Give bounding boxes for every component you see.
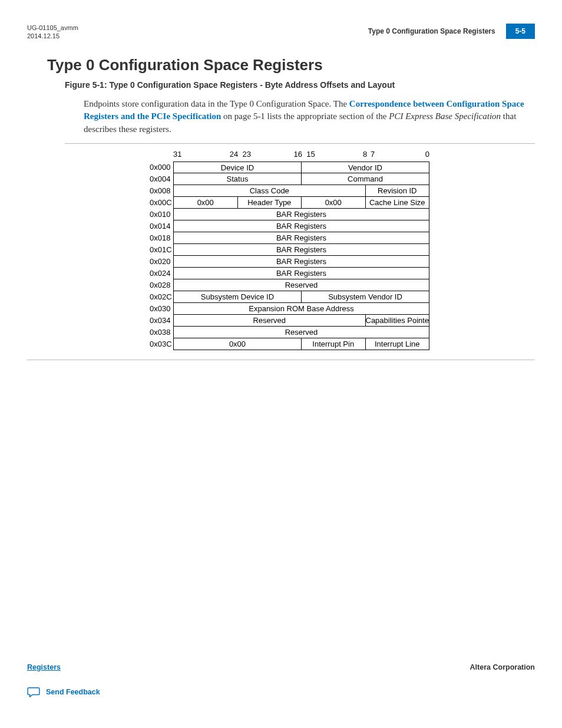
bit-24: 24 bbox=[230, 150, 238, 159]
register-field: Expansion ROM Base Address bbox=[174, 303, 429, 315]
register-fields: Reserved bbox=[173, 279, 429, 291]
register-offset: 0x030 bbox=[150, 303, 173, 315]
register-row: 0x038Reserved bbox=[150, 327, 429, 338]
doc-date: 2014.12.15 bbox=[27, 32, 78, 40]
register-field: Interrupt Pin bbox=[302, 338, 366, 350]
register-field: Revision ID bbox=[366, 185, 430, 197]
register-field: Reserved bbox=[174, 279, 429, 291]
register-field: 0x00 bbox=[302, 197, 366, 209]
register-offset: 0x01C bbox=[150, 244, 173, 256]
bit-8: 8 bbox=[363, 150, 367, 159]
intro-spec: PCI Express Base Specification bbox=[389, 111, 501, 121]
register-fields: 0x00Header Type0x00Cache Line Size bbox=[173, 197, 429, 209]
speech-bubble-icon bbox=[27, 687, 40, 697]
register-fields: Expansion ROM Base Address bbox=[173, 303, 429, 315]
register-field: BAR Registers bbox=[174, 256, 429, 268]
register-fields: ReservedCapabilities Pointer bbox=[173, 315, 429, 327]
intro-t2: on page 5-1 lists the appropriate sectio… bbox=[221, 111, 389, 121]
register-row: 0x028Reserved bbox=[150, 279, 429, 291]
register-field: 0x00 bbox=[174, 197, 238, 209]
register-field: 0x00 bbox=[174, 338, 302, 350]
register-fields: 0x00Interrupt PinInterrupt Line bbox=[173, 338, 429, 350]
register-row: 0x02CSubsystem Device IDSubsystem Vendor… bbox=[150, 291, 429, 303]
register-fields: Device IDVendor ID bbox=[173, 162, 429, 173]
doc-id: UG-01105_avmm bbox=[27, 24, 78, 32]
register-field: Reserved bbox=[174, 327, 429, 338]
register-row: 0x010BAR Registers bbox=[150, 209, 429, 220]
bit-16: 16 bbox=[293, 150, 302, 159]
register-field: BAR Registers bbox=[174, 244, 429, 256]
register-offset: 0x004 bbox=[150, 173, 173, 185]
register-row: 0x000Device IDVendor ID bbox=[150, 162, 429, 173]
footer-registers-link[interactable]: Registers bbox=[27, 663, 61, 671]
register-fields: BAR Registers bbox=[173, 244, 429, 256]
doc-meta: UG-01105_avmm 2014.12.15 bbox=[27, 24, 78, 41]
bit-7: 7 bbox=[371, 150, 375, 159]
register-offset: 0x00C bbox=[150, 197, 173, 209]
register-offset: 0x028 bbox=[150, 279, 173, 291]
footer-corporation: Altera Corporation bbox=[470, 663, 535, 671]
register-fields: Reserved bbox=[173, 327, 429, 338]
register-fields: StatusCommand bbox=[173, 173, 429, 185]
register-field: BAR Registers bbox=[174, 268, 429, 279]
bit-ruler: 31 24 23 16 15 8 7 0 bbox=[150, 150, 429, 160]
register-field: Class Code bbox=[174, 185, 366, 197]
send-feedback-link[interactable]: Send Feedback bbox=[46, 688, 100, 696]
bit-23: 23 bbox=[242, 150, 250, 159]
page-footer: Registers Altera Corporation Send Feedba… bbox=[0, 663, 562, 697]
register-field: BAR Registers bbox=[174, 232, 429, 244]
bit-15: 15 bbox=[306, 150, 315, 159]
register-row: 0x024BAR Registers bbox=[150, 268, 429, 279]
register-row: 0x020BAR Registers bbox=[150, 256, 429, 268]
register-offset: 0x03C bbox=[150, 338, 173, 350]
register-layout-diagram: 31 24 23 16 15 8 7 0 0x000Device IDVendo… bbox=[150, 150, 429, 350]
page-number: 5-5 bbox=[506, 24, 535, 39]
register-row: 0x004StatusCommand bbox=[150, 173, 429, 185]
register-offset: 0x024 bbox=[150, 268, 173, 279]
register-field: Cache Line Size bbox=[366, 197, 430, 209]
register-field: Interrupt Line bbox=[366, 338, 430, 350]
page-header: UG-01105_avmm 2014.12.15 Type 0 Configur… bbox=[0, 0, 562, 45]
divider bbox=[65, 143, 535, 144]
register-offset: 0x038 bbox=[150, 327, 173, 338]
register-field: Capabilities Pointer bbox=[366, 315, 430, 327]
register-field: Subsystem Device ID bbox=[174, 291, 302, 303]
register-field: Subsystem Vendor ID bbox=[302, 291, 429, 303]
register-offset: 0x020 bbox=[150, 256, 173, 268]
register-row: 0x030Expansion ROM Base Address bbox=[150, 303, 429, 315]
register-field: BAR Registers bbox=[174, 209, 429, 220]
register-field: Reserved bbox=[174, 315, 366, 327]
register-row: 0x008Class CodeRevision ID bbox=[150, 185, 429, 197]
register-row: 0x034ReservedCapabilities Pointer bbox=[150, 315, 429, 327]
register-row: 0x03C0x00Interrupt PinInterrupt Line bbox=[150, 338, 429, 350]
figure-caption: Figure 5-1: Type 0 Configuration Space R… bbox=[65, 80, 562, 90]
topic-title: Type 0 Configuration Space Registers bbox=[368, 27, 495, 35]
register-fields: BAR Registers bbox=[173, 268, 429, 279]
register-row: 0x01CBAR Registers bbox=[150, 244, 429, 256]
register-fields: BAR Registers bbox=[173, 232, 429, 244]
register-field: Device ID bbox=[174, 162, 302, 173]
register-row: 0x014BAR Registers bbox=[150, 220, 429, 232]
header-right: Type 0 Configuration Space Registers 5-5 bbox=[368, 24, 535, 39]
register-offset: 0x008 bbox=[150, 185, 173, 197]
bit-31: 31 bbox=[173, 150, 181, 159]
register-offset: 0x010 bbox=[150, 209, 173, 220]
register-field: Command bbox=[302, 173, 429, 185]
register-field: BAR Registers bbox=[174, 220, 429, 232]
intro-paragraph: Endpoints store configuration data in th… bbox=[84, 98, 527, 136]
register-fields: BAR Registers bbox=[173, 256, 429, 268]
section-heading: Type 0 Configuration Space Registers bbox=[47, 56, 562, 74]
register-offset: 0x02C bbox=[150, 291, 173, 303]
register-offset: 0x000 bbox=[150, 162, 173, 173]
register-offset: 0x034 bbox=[150, 315, 173, 327]
intro-t1: Endpoints store configuration data in th… bbox=[84, 99, 349, 108]
register-fields: BAR Registers bbox=[173, 209, 429, 220]
divider-bottom bbox=[27, 360, 535, 360]
register-fields: BAR Registers bbox=[173, 220, 429, 232]
register-field: Vendor ID bbox=[302, 162, 429, 173]
register-offset: 0x014 bbox=[150, 220, 173, 232]
register-fields: Class CodeRevision ID bbox=[173, 185, 429, 197]
register-field: Header Type bbox=[238, 197, 302, 209]
register-offset: 0x018 bbox=[150, 232, 173, 244]
bit-0: 0 bbox=[425, 150, 429, 159]
